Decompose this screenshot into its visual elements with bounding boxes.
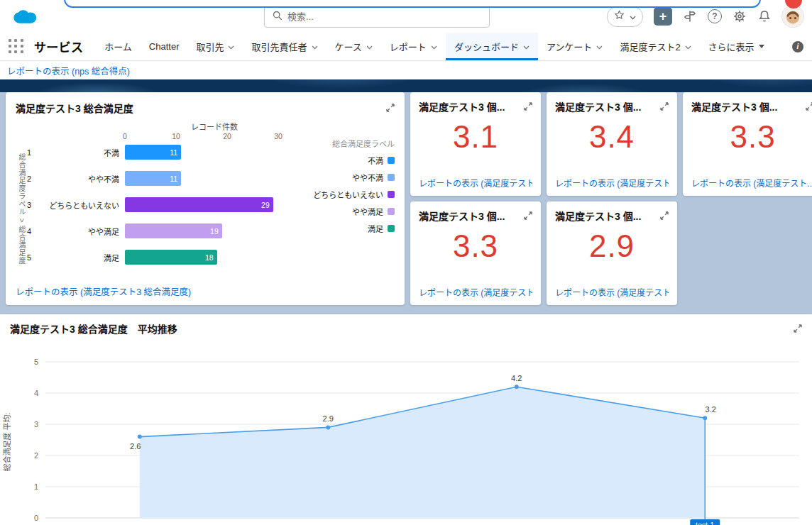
report-link[interactable]: レポートの表示 (nps 総合得点) (7, 64, 130, 77)
svg-text:2.9: 2.9 (323, 414, 334, 423)
metric-value: 3.3 (691, 119, 812, 155)
nav-tab-label: アンケート (547, 40, 592, 53)
nav-tab-label: ダッシュボード (454, 40, 519, 53)
bar-track: 29 (125, 197, 304, 212)
bar-track: 19 (125, 223, 304, 238)
report-link[interactable]: レポートの表示 (満足度テスト... (691, 177, 812, 189)
svg-text:2: 2 (34, 451, 38, 460)
nav-tab[interactable]: さらに表示 (700, 33, 773, 60)
metric-value: 3.1 (419, 119, 532, 155)
legend-label: どちらともいえない (313, 189, 383, 200)
bar-row-index: 4 (27, 227, 37, 236)
app-launcher-icon[interactable] (9, 39, 24, 55)
info-icon[interactable]: i (792, 41, 803, 52)
global-actions-button[interactable]: + (654, 7, 672, 26)
bar-chart-card: 満足度テスト3 総合満足度 総合満足度ラベル > 総合満足度 レコード件数 01… (6, 92, 405, 305)
legend-label: 不満 (368, 155, 383, 166)
card-title: 満足度テスト3 総合満足度 平均推移 (10, 321, 177, 336)
bar-chart-row: 4やや満足19 (27, 223, 304, 238)
report-link[interactable]: レポートの表示 (満足度テスト... (555, 177, 669, 189)
nav-tab-label: 取引先責任者 (251, 40, 307, 53)
global-search[interactable] (264, 6, 490, 28)
legend-item[interactable]: やや満足 (352, 206, 395, 217)
avatar[interactable] (782, 6, 803, 27)
metric-card: 満足度テスト3 個...3.1レポートの表示 (満足度テスト... (410, 92, 541, 196)
expand-icon[interactable] (524, 99, 532, 114)
bar-row-label: 満足 (43, 252, 119, 263)
report-link[interactable]: レポートの表示 (満足度テスト3 総合満足度) (16, 284, 191, 298)
expand-icon[interactable] (660, 209, 669, 223)
expand-icon[interactable] (660, 99, 669, 114)
nav-tab[interactable]: ケース (327, 33, 381, 60)
chevron-down-icon (523, 41, 530, 52)
expand-icon[interactable] (524, 209, 532, 223)
bar-value-label: 29 (261, 201, 270, 209)
favorites-button[interactable] (607, 6, 643, 27)
card-title: 満足度テスト3 個... (555, 209, 641, 223)
nav-tab[interactable]: ダッシュボード (446, 33, 538, 60)
legend-item[interactable]: 不満 (368, 155, 395, 166)
legend-label: やや満足 (352, 206, 383, 217)
guidance-icon[interactable] (683, 9, 697, 23)
bar[interactable]: 29 (125, 197, 273, 212)
nav-tab[interactable]: 取引先責任者 (243, 33, 326, 60)
legend-label: 満足 (368, 223, 383, 234)
browser-address-bar[interactable] (64, 0, 761, 8)
bar-row-index: 2 (27, 175, 37, 183)
bar[interactable]: 11 (125, 171, 181, 186)
legend-item[interactable]: やや不満 (352, 172, 395, 183)
report-link[interactable]: レポートの表示 (満足度テスト... (419, 286, 532, 298)
metric-card: 満足度テスト3 個...2.9レポートの表示 (満足度テスト... (547, 201, 677, 305)
metric-value: 2.9 (555, 228, 669, 264)
nav-tab[interactable]: Chatter (141, 33, 188, 60)
svg-text:test-1: test-1 (696, 521, 714, 525)
legend-item[interactable]: どちらともいえない (313, 189, 395, 200)
svg-text:5: 5 (34, 358, 38, 366)
chevron-down-icon (366, 41, 373, 52)
legend-item[interactable]: 満足 (368, 223, 395, 234)
nav-tab[interactable]: レポート (381, 33, 446, 60)
chevron-down-icon (630, 10, 636, 23)
nav-tab[interactable]: 満足度テスト2 (611, 33, 699, 60)
nav-tab[interactable]: 取引先 (187, 33, 243, 60)
legend-swatch (388, 225, 395, 232)
svg-text:3: 3 (34, 420, 38, 429)
bar-value-label: 18 (205, 253, 214, 262)
svg-text:3.2: 3.2 (706, 405, 716, 414)
nav-tab-label: 取引先 (196, 40, 224, 53)
card-title: 満足度テスト3 個... (419, 209, 505, 223)
bar[interactable]: 18 (125, 250, 217, 265)
report-link[interactable]: レポートの表示 (満足度テスト... (419, 177, 532, 189)
bar[interactable]: 11 (125, 145, 181, 160)
chevron-down-icon (431, 41, 437, 52)
bar-chart-row: 3どちらともいえない29 (27, 197, 304, 212)
svg-text:2.6: 2.6 (130, 442, 141, 451)
bar-track: 11 (125, 171, 304, 186)
x-tick-label: 30 (274, 132, 282, 140)
expand-icon[interactable] (794, 321, 802, 336)
search-input[interactable] (287, 11, 482, 22)
nav-tab[interactable]: アンケート (538, 33, 611, 60)
nav-tab-label: ケース (335, 40, 362, 53)
setup-gear-icon[interactable] (733, 9, 747, 23)
salesforce-logo[interactable] (10, 6, 41, 29)
notifications-bell-icon[interactable] (757, 9, 772, 23)
bar-row-label: どちらともいえない (43, 199, 119, 211)
help-icon[interactable]: ? (708, 9, 722, 23)
search-icon (272, 10, 282, 23)
expand-icon[interactable] (386, 101, 395, 115)
bar-legend: 総合満足度ラベル不満やや不満どちらともいえないやや満足満足 (304, 121, 395, 291)
bar-row-label: 不満 (43, 147, 119, 158)
expand-icon[interactable] (806, 99, 812, 114)
nav-tab-label: ホーム (104, 40, 132, 53)
nav-tabs: ホームChatter取引先取引先責任者ケースレポートダッシュボードアンケート満足… (96, 33, 772, 60)
bar[interactable]: 19 (125, 223, 222, 238)
chevron-down-icon (685, 41, 691, 52)
nav-tab[interactable]: ホーム (96, 33, 141, 60)
report-link[interactable]: レポートの表示 (満足度テスト... (555, 286, 669, 298)
svg-text:4: 4 (34, 389, 38, 397)
bar-rows: 1不満112やや不満113どちらともいえない294やや満足195満足18 (27, 145, 304, 265)
legend-swatch (388, 174, 395, 181)
bar-plot-area: レコード件数 0102030 1不満112やや不満113どちらともいえない294… (27, 121, 304, 291)
svg-text:4.2: 4.2 (511, 374, 522, 382)
